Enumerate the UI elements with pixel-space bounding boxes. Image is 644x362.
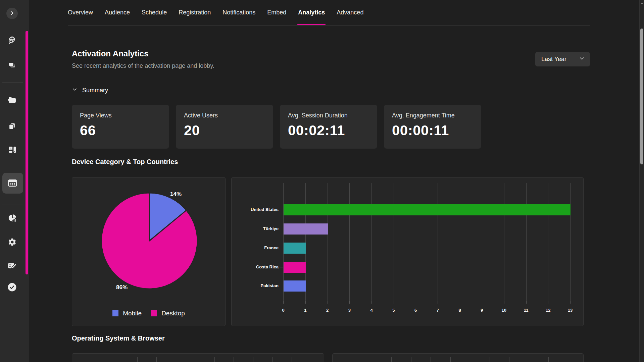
- sidebar-item-settings[interactable]: [4, 235, 20, 251]
- category-tick: [280, 229, 283, 229]
- gridline: [328, 183, 328, 301]
- expand-sidebar-button[interactable]: [6, 8, 18, 19]
- kanban-media-icon: [8, 145, 17, 155]
- device-category-pie-panel: 14%86% MobileDesktop: [72, 177, 226, 326]
- category-tick: [280, 286, 283, 286]
- check-circle-icon: [7, 282, 17, 293]
- stat-value: 00:02:11: [288, 122, 369, 139]
- gridline: [548, 357, 549, 362]
- stacked-cards-icon: [8, 61, 16, 71]
- bar-pakistan: [284, 280, 306, 292]
- gridline: [272, 357, 273, 362]
- scroll-up-icon[interactable]: [640, 1, 644, 5]
- tab-bar: OverviewAudienceScheduleRegistrationNoti…: [68, 0, 590, 25]
- legend-label: Mobile: [123, 310, 142, 317]
- x-tick-label: 4: [367, 308, 376, 313]
- tab-schedule[interactable]: Schedule: [142, 0, 167, 25]
- axis-tick: [482, 301, 482, 304]
- gridline: [394, 183, 394, 301]
- stat-label: Active Users: [184, 112, 265, 119]
- gridline: [137, 357, 138, 362]
- summary-cards: Page Views 66 Active Users 20 Avg. Sessi…: [72, 105, 481, 149]
- sidebar-scrollbar[interactable]: [26, 31, 28, 274]
- gridline: [176, 357, 176, 362]
- sidebar-item-globe-search[interactable]: [4, 33, 20, 49]
- category-tick: [280, 267, 283, 267]
- tab-overview[interactable]: Overview: [68, 0, 93, 25]
- x-tick-label: 7: [433, 308, 442, 313]
- axis-tick: [460, 301, 460, 304]
- browser-chart-panel: [332, 353, 584, 362]
- stat-label: Avg. Session Duration: [288, 112, 369, 119]
- chevron-right-icon: [9, 10, 15, 17]
- tab-registration[interactable]: Registration: [179, 0, 211, 25]
- legend-item-desktop[interactable]: Desktop: [151, 310, 185, 317]
- summary-section-toggle[interactable]: Summary: [72, 87, 108, 94]
- stat-value: 00:00:11: [392, 122, 473, 139]
- os-section-title: Operating System & Browser: [72, 334, 165, 342]
- x-tick-label: 5: [389, 308, 398, 313]
- bar-türkiye: [284, 223, 328, 235]
- gridline: [431, 357, 431, 362]
- x-tick-label: 8: [455, 308, 464, 313]
- stat-card-engagement-time: Avg. Engagement Time 00:00:11: [384, 105, 481, 149]
- gridline: [416, 183, 416, 301]
- sidebar-item-kanban-media[interactable]: [4, 142, 20, 158]
- sidebar-item-stacked-cards[interactable]: [4, 58, 20, 74]
- summary-section-label: Summary: [82, 87, 108, 94]
- sidebar-item-check-circle[interactable]: [4, 279, 20, 296]
- chevron-down-icon: [72, 87, 78, 94]
- axis-tick: [570, 301, 571, 304]
- axis-tick: [416, 301, 416, 304]
- gridline: [156, 357, 157, 362]
- legend-swatch: [151, 310, 157, 316]
- open-folder-icon: [8, 96, 17, 106]
- pie-data-label: 14%: [170, 191, 182, 198]
- sidebar-item-open-folder[interactable]: [4, 93, 20, 109]
- gridline: [509, 357, 509, 362]
- notes-edit-icon: [7, 261, 17, 271]
- tab-advanced[interactable]: Advanced: [337, 0, 363, 25]
- x-tick-label: 3: [345, 308, 354, 313]
- gridline: [450, 357, 451, 362]
- gridline: [548, 183, 548, 301]
- category-label: Pakistan: [232, 283, 279, 288]
- sidebar-item-pie-chart[interactable]: [4, 211, 20, 227]
- legend-item-mobile[interactable]: Mobile: [112, 310, 142, 317]
- gridline: [214, 357, 215, 362]
- axis-tick: [548, 301, 548, 304]
- axis-tick: [504, 301, 504, 304]
- gridline: [438, 183, 438, 301]
- page-scrollbar-thumb[interactable]: [640, 29, 643, 164]
- sidebar-item-notes-edit[interactable]: [4, 258, 20, 274]
- x-tick-label: 11: [522, 308, 531, 313]
- axis-tick: [394, 301, 394, 304]
- gridline: [529, 357, 529, 362]
- legend-label: Desktop: [161, 310, 185, 317]
- page-title: Activation Analytics: [72, 49, 149, 58]
- gridline: [460, 183, 460, 301]
- globe-search-icon: [8, 36, 17, 46]
- copy-pages-icon: [8, 122, 16, 132]
- tab-audience[interactable]: Audience: [105, 0, 130, 25]
- sidebar-item-copy-pages[interactable]: [4, 118, 20, 135]
- axis-tick: [526, 301, 527, 304]
- page-scrollbar[interactable]: [639, 0, 644, 362]
- stat-card-page-views: Page Views 66: [72, 105, 169, 149]
- tab-notifications[interactable]: Notifications: [222, 0, 255, 25]
- pie-legend: MobileDesktop: [72, 310, 225, 317]
- gridline: [234, 357, 234, 362]
- stat-label: Avg. Engagement Time: [392, 112, 473, 119]
- sidebar-divider: [2, 205, 23, 205]
- stat-label: Page Views: [80, 112, 161, 119]
- gridline: [470, 357, 470, 362]
- tab-analytics[interactable]: Analytics: [298, 0, 325, 25]
- sidebar-item-calendar[interactable]: [4, 175, 20, 191]
- gridline: [504, 183, 504, 301]
- gridline: [253, 357, 253, 362]
- gridline: [411, 357, 411, 362]
- chevron-down-icon: [579, 55, 585, 63]
- gridline: [195, 357, 195, 362]
- date-range-select[interactable]: Last Year: [535, 52, 590, 66]
- tab-embed[interactable]: Embed: [267, 0, 286, 25]
